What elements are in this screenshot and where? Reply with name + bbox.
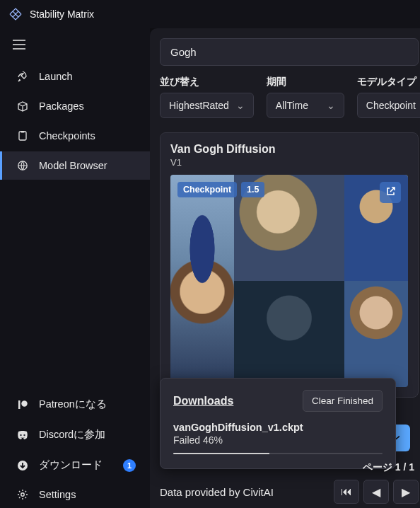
box-icon <box>16 100 29 112</box>
download-filename: vanGoghDiffusion_v1.ckpt <box>173 422 383 433</box>
download-progress-fill <box>173 453 269 454</box>
downloads-panel: Downloads Clear Finished vanGoghDiffusio… <box>160 378 396 469</box>
sidebar-item-label: ダウンロード <box>39 458 103 472</box>
download-icon <box>16 460 29 471</box>
main-content: 並び替え HighestRated ⌄ 期間 AllTime ⌄ モデルタイプ … <box>150 28 420 508</box>
sidebar: Launch Packages Checkpoints Model Browse… <box>0 28 150 508</box>
chevron-down-icon: ⌄ <box>327 100 335 111</box>
dropdown-value: AllTime <box>276 100 308 111</box>
rocket-icon <box>16 71 29 82</box>
model-tag: 1.5 <box>241 182 264 197</box>
sidebar-item-label: Packages <box>39 100 84 112</box>
page-info: ページ 1 / 1 <box>160 461 420 474</box>
sidebar-item-packages[interactable]: Packages <box>0 92 150 120</box>
sidebar-item-label: Settings <box>39 489 76 500</box>
clipboard-icon <box>16 130 29 142</box>
pager-first-button[interactable]: ⏮ <box>334 480 359 504</box>
model-title: Van Gogh Diffusion <box>170 143 408 156</box>
downloads-badge: 1 <box>123 459 136 472</box>
title-bar: Stability Matrix <box>0 0 420 28</box>
gear-icon <box>16 489 29 500</box>
svg-rect-3 <box>19 132 26 140</box>
pager-next-button[interactable]: ▶ <box>393 480 419 504</box>
sidebar-item-label: Checkpoints <box>39 130 95 142</box>
sidebar-item-checkpoints[interactable]: Checkpoints <box>0 122 150 150</box>
filter-sort-dropdown[interactable]: HighestRated ⌄ <box>160 93 254 118</box>
sidebar-item-downloads[interactable]: ダウンロード 1 <box>0 451 150 480</box>
model-preview: Checkpoint 1.5 <box>170 175 408 387</box>
sidebar-item-settings[interactable]: Settings <box>0 481 150 508</box>
caret-right-icon: ▶ <box>402 485 410 499</box>
svg-rect-4 <box>21 131 25 133</box>
search-input[interactable] <box>160 38 419 66</box>
sidebar-item-label: Patreonになる <box>39 398 107 411</box>
downloads-title: Downloads <box>173 395 233 408</box>
chevron-down-icon: ⌄ <box>236 100 245 111</box>
sidebar-item-label: Model Browser <box>39 160 107 171</box>
hamburger-button[interactable] <box>0 33 150 57</box>
caret-left-icon: ◀ <box>372 485 380 499</box>
skip-back-icon: ⏮ <box>341 485 352 498</box>
app-title: Stability Matrix <box>30 8 94 20</box>
globe-icon <box>16 160 29 171</box>
sidebar-item-label: Discordに参加 <box>39 428 105 441</box>
external-link-icon <box>385 186 396 200</box>
model-card[interactable]: Van Gogh Diffusion V1 Checkpoint 1.5 <box>160 132 419 398</box>
patreon-icon <box>16 399 29 410</box>
filter-period-label: 期間 <box>267 76 344 88</box>
svg-point-7 <box>21 400 27 406</box>
svg-point-8 <box>20 434 21 435</box>
svg-point-11 <box>21 493 24 496</box>
sidebar-item-launch[interactable]: Launch <box>0 62 150 91</box>
clear-finished-button[interactable]: Clear Finished <box>303 390 383 412</box>
filter-type-dropdown[interactable]: Checkpoint ⌄ <box>357 93 420 118</box>
download-progress-bar <box>173 453 383 454</box>
app-logo-icon <box>8 7 23 21</box>
pager-prev-button[interactable]: ◀ <box>363 480 389 504</box>
open-external-button[interactable] <box>380 182 401 203</box>
sidebar-item-model-browser[interactable]: Model Browser <box>0 151 150 180</box>
filter-sort-label: 並び替え <box>160 76 254 88</box>
svg-point-9 <box>23 434 25 435</box>
discord-icon <box>16 430 29 440</box>
sidebar-item-label: Launch <box>39 71 73 82</box>
filter-period-dropdown[interactable]: AllTime ⌄ <box>267 93 344 118</box>
svg-rect-6 <box>18 400 21 409</box>
model-tag: Checkpoint <box>177 182 237 197</box>
sidebar-item-discord[interactable]: Discordに参加 <box>0 420 150 449</box>
dropdown-value: HighestRated <box>169 100 229 111</box>
dropdown-value: Checkpoint <box>366 100 416 111</box>
filter-type-label: モデルタイプ <box>357 76 420 88</box>
model-subtitle: V1 <box>170 157 408 168</box>
sidebar-item-patreon[interactable]: Patreonになる <box>0 390 150 419</box>
attribution: Data provided by CivitAI <box>160 486 274 498</box>
download-status: Failed 46% <box>173 434 383 446</box>
